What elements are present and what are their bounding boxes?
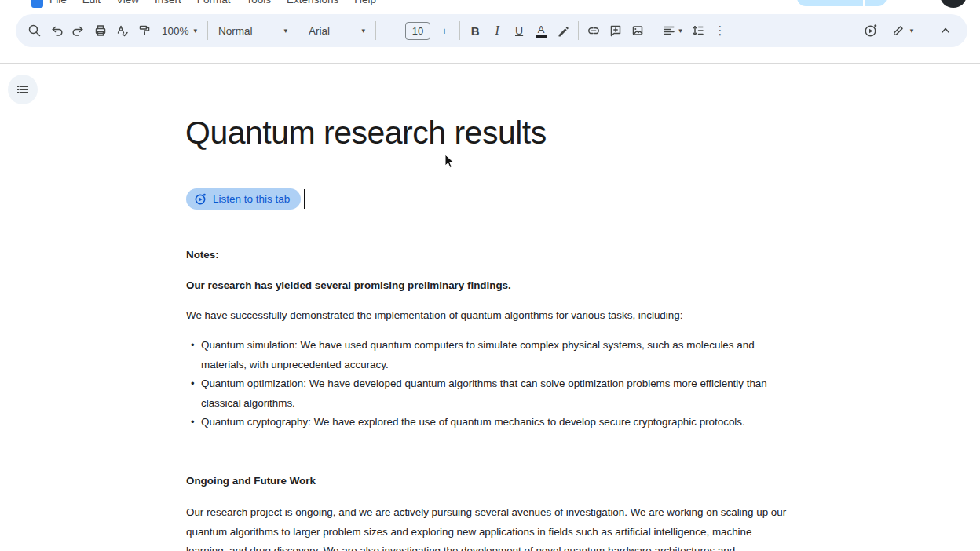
- outline-list-icon: [15, 82, 31, 97]
- insert-image-icon: [631, 24, 645, 38]
- bullet-item-quantum-optimization: Quantum optimization: We have developed …: [186, 374, 788, 413]
- toolbar-divider: [375, 21, 376, 40]
- line-spacing-button[interactable]: [687, 20, 709, 42]
- highlighter-pen-icon: [556, 24, 570, 38]
- more-vertical-icon: ⋮: [715, 24, 726, 38]
- chevron-down-icon: ▾: [910, 27, 914, 35]
- text-color-button[interactable]: A: [530, 20, 552, 42]
- bullet-list: Quantum simulation: We have used quantum…: [186, 336, 788, 432]
- mouse-cursor: [444, 154, 455, 173]
- hide-menus-button[interactable]: [934, 20, 956, 42]
- highlight-color-button[interactable]: [552, 20, 574, 42]
- bullet-item-quantum-simulation: Quantum simulation: We have used quantum…: [186, 336, 788, 374]
- chevron-down-icon: ▾: [284, 27, 288, 35]
- add-comment-icon: [609, 24, 623, 38]
- future-work-paragraph: Our research project is ongoing, and we …: [186, 503, 788, 551]
- listen-button-label: Listen to this tab: [213, 193, 290, 205]
- italic-button[interactable]: I: [486, 20, 508, 42]
- bullet-item-quantum-cryptography: Quantum cryptography: We have explored t…: [186, 413, 788, 432]
- document-outline-button[interactable]: [8, 75, 38, 104]
- underline-button[interactable]: U: [508, 20, 530, 42]
- print-button[interactable]: [90, 20, 112, 42]
- zoom-value: 100%: [162, 25, 189, 37]
- text-cursor-caret: [304, 189, 305, 209]
- avatar[interactable]: [940, 0, 967, 8]
- listen-to-this-tab-button[interactable]: Listen to this tab: [186, 188, 301, 210]
- editing-mode-button[interactable]: ▾: [885, 20, 920, 42]
- insert-link-icon: [587, 24, 601, 38]
- header-divider: [0, 63, 980, 64]
- menu-help[interactable]: Help: [352, 0, 378, 8]
- increase-font-size-button[interactable]: +: [433, 20, 455, 42]
- toolbar-divider: [207, 21, 208, 40]
- bold-icon: B: [471, 24, 480, 38]
- paragraph-style-select[interactable]: Normal ▾: [212, 20, 294, 42]
- undo-icon: [49, 24, 64, 38]
- more-options-button[interactable]: ⋮: [709, 20, 731, 42]
- listen-icon: [863, 23, 879, 38]
- menu-extensions[interactable]: Extensions: [284, 0, 341, 8]
- toolbar-divider: [653, 21, 653, 40]
- redo-button[interactable]: [68, 20, 90, 42]
- zoom-select[interactable]: 100% ▾: [155, 20, 203, 42]
- chevron-down-icon: ▾: [678, 27, 682, 35]
- chevron-down-icon: ▾: [194, 27, 198, 35]
- text-color-icon: A: [536, 24, 547, 38]
- menu-bar: File Edit View Insert Format Tools Exten…: [0, 0, 980, 8]
- search-icon: [27, 24, 42, 38]
- spellcheck-button[interactable]: [112, 20, 133, 42]
- search-button[interactable]: [24, 20, 46, 42]
- bold-button[interactable]: B: [464, 20, 486, 42]
- font-size-input[interactable]: 10: [405, 22, 430, 40]
- menu-file[interactable]: File: [47, 0, 69, 8]
- menu-tools[interactable]: Tools: [244, 0, 274, 8]
- toolbar-divider: [298, 21, 298, 40]
- paint-format-button[interactable]: [133, 20, 155, 42]
- editing-mode-pencil-icon: [891, 24, 905, 38]
- menu-format[interactable]: Format: [195, 0, 233, 8]
- insert-link-button[interactable]: [583, 20, 605, 42]
- document-title[interactable]: Quantum research results: [185, 113, 547, 153]
- align-left-icon: [662, 24, 676, 38]
- font-size-value: 10: [412, 25, 423, 37]
- paragraph-style-value: Normal: [218, 25, 253, 37]
- intro-paragraph: We have successfully demonstrated the im…: [186, 306, 788, 326]
- print-icon: [93, 24, 108, 38]
- redo-icon: [71, 24, 86, 38]
- decrease-font-size-button[interactable]: −: [380, 20, 402, 42]
- underline-icon: U: [515, 24, 523, 37]
- font-family-value: Arial: [309, 25, 330, 37]
- share-split-divider: [863, 0, 865, 6]
- italic-icon: I: [495, 24, 499, 38]
- listen-play-icon: [194, 192, 207, 206]
- toolbar-divider: [927, 21, 927, 40]
- insert-image-button[interactable]: [627, 20, 649, 42]
- docs-logo-icon[interactable]: [31, 0, 43, 8]
- plus-icon: +: [441, 25, 448, 37]
- menu-insert[interactable]: Insert: [152, 0, 184, 8]
- future-work-heading: Ongoing and Future Work: [186, 475, 788, 487]
- toolbar: 100% ▾ Normal ▾ Arial ▾ − 10 + B I U A ▾…: [16, 14, 967, 47]
- align-button[interactable]: ▾: [657, 20, 687, 42]
- chevron-down-icon: ▾: [362, 27, 366, 35]
- findings-heading: Our research has yielded several promisi…: [186, 279, 788, 292]
- notes-heading: Notes:: [186, 249, 788, 261]
- spellcheck-icon: [115, 24, 130, 38]
- share-button[interactable]: [797, 0, 887, 6]
- undo-button[interactable]: [46, 20, 68, 42]
- chevron-up-icon: [939, 24, 952, 37]
- toolbar-divider: [459, 21, 460, 40]
- minus-icon: −: [388, 25, 394, 37]
- line-spacing-icon: [691, 24, 705, 38]
- menu-edit[interactable]: Edit: [80, 0, 103, 8]
- listen-to-tab-toolbar-button[interactable]: [860, 20, 882, 42]
- paint-format-icon: [137, 24, 152, 38]
- font-family-select[interactable]: Arial ▾: [302, 20, 371, 42]
- toolbar-divider: [578, 21, 579, 40]
- menu-view[interactable]: View: [114, 0, 141, 8]
- add-comment-button[interactable]: [605, 20, 627, 42]
